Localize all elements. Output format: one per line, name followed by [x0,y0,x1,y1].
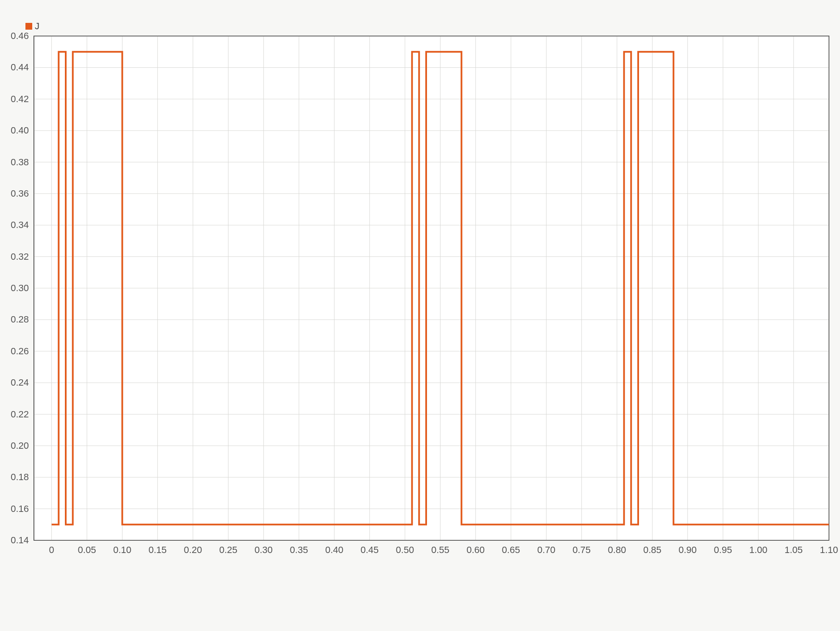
x-tick-label: 0.40 [325,545,343,555]
x-tick-label: 0.70 [537,545,555,555]
y-tick-label: 0.46 [11,31,29,41]
y-tick-label: 0.44 [11,62,29,72]
x-tick-label: 0.15 [148,545,167,555]
y-tick-label: 0.18 [11,472,29,482]
x-tick-label: 0.60 [466,545,485,555]
legend: J [25,21,39,31]
x-tick-label: 0.05 [78,545,96,555]
y-tick-label: 0.26 [11,346,29,356]
y-tick-label: 0.42 [11,94,29,104]
x-tick-label: 1.05 [784,545,803,555]
x-tick-label: 0.80 [608,545,626,555]
x-tick-label: 0.35 [290,545,308,555]
x-tick-label: 0.50 [396,545,414,555]
y-tick-label: 0.20 [11,440,29,451]
x-tick-label: 0.95 [714,545,732,555]
y-tick-label: 0.38 [11,157,29,167]
x-tick-label: 0.75 [572,545,591,555]
y-tick-label: 0.30 [11,283,29,293]
y-tick-label: 0.32 [11,251,29,262]
y-tick-label: 0.34 [11,220,29,230]
x-tick-label: 0.85 [643,545,661,555]
y-tick-label: 0.24 [11,377,29,388]
y-tick-label: 0.22 [11,409,29,420]
chart-container: 00.050.100.150.200.250.300.350.400.450.5… [0,0,840,631]
y-tick-label: 0.14 [11,535,29,545]
x-tick-label: 1.10 [820,545,838,555]
x-tick-label: 0 [49,545,54,555]
x-tick-label: 1.00 [749,545,767,555]
x-tick-label: 0.55 [431,545,449,555]
x-tick-label: 0.10 [113,545,131,555]
x-tick-label: 0.45 [360,545,379,555]
y-tick-label: 0.28 [11,314,29,325]
x-tick-label: 0.25 [219,545,237,555]
x-tick-label: 0.65 [502,545,520,555]
x-tick-label: 0.90 [678,545,697,555]
x-tick-label: 0.30 [254,545,273,555]
y-tick-label: 0.16 [11,503,29,514]
legend-label-J: J [35,21,39,31]
y-tick-label: 0.36 [11,188,29,199]
y-tick-label: 0.40 [11,125,29,136]
chart-svg: 00.050.100.150.200.250.300.350.400.450.5… [0,0,840,631]
x-tick-label: 0.20 [184,545,202,555]
legend-swatch-J [25,23,32,30]
